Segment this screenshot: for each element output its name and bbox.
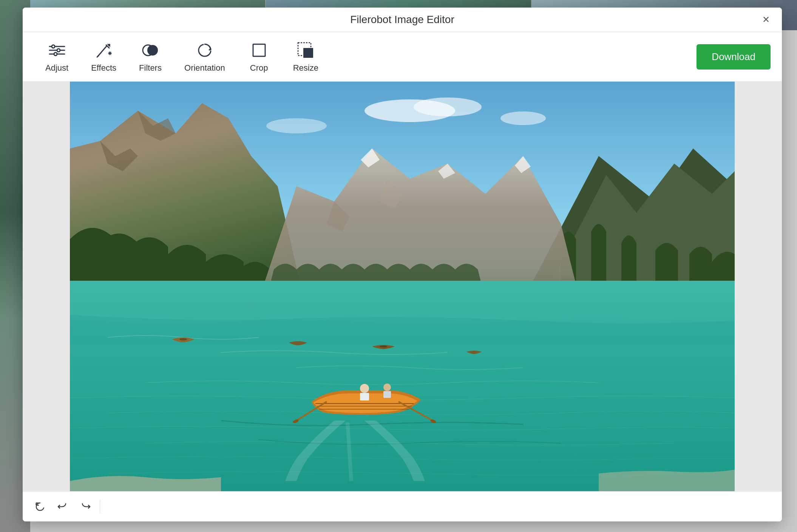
svg-point-4	[57, 49, 60, 52]
tool-filters[interactable]: Filters	[128, 36, 173, 77]
tool-orientation[interactable]: Orientation	[173, 36, 236, 77]
canvas-area	[23, 82, 782, 491]
redo-icon	[79, 501, 91, 513]
svg-point-5	[54, 53, 57, 56]
svg-point-35	[383, 384, 391, 391]
image-canvas	[70, 82, 735, 491]
filters-label: Filters	[139, 63, 162, 73]
svg-point-16	[147, 45, 158, 56]
filters-icon	[141, 40, 160, 60]
svg-point-9	[108, 44, 110, 46]
undo-icon	[57, 501, 69, 513]
svg-point-24	[266, 118, 327, 133]
svg-rect-36	[383, 391, 391, 398]
adjust-label: Adjust	[45, 63, 68, 73]
undo-button[interactable]	[53, 497, 73, 517]
svg-rect-19	[303, 48, 313, 58]
svg-point-22	[414, 97, 482, 116]
resize-icon	[296, 40, 315, 60]
resize-label: Resize	[293, 63, 318, 73]
bottom-toolbar	[23, 491, 782, 521]
adjust-icon	[47, 40, 67, 60]
tool-effects[interactable]: Effects	[80, 36, 128, 77]
svg-line-10	[97, 56, 99, 57]
effects-icon	[94, 40, 114, 60]
orientation-icon	[195, 40, 215, 60]
svg-point-23	[500, 111, 546, 125]
svg-rect-34	[360, 393, 369, 401]
crop-label: Crop	[250, 63, 268, 73]
close-icon: ✕	[762, 14, 770, 25]
download-button[interactable]: Download	[697, 44, 771, 70]
tool-adjust[interactable]: Adjust	[34, 36, 80, 77]
svg-point-33	[360, 384, 369, 393]
close-button[interactable]: ✕	[759, 13, 773, 26]
modal-title: Filerobot Image Editor	[350, 14, 454, 26]
crop-icon	[249, 40, 269, 60]
svg-point-3	[52, 45, 55, 48]
svg-point-38	[380, 346, 387, 348]
reset-icon	[34, 501, 46, 513]
orientation-label: Orientation	[184, 63, 225, 73]
effects-label: Effects	[91, 63, 116, 73]
svg-rect-17	[253, 44, 265, 56]
tool-resize[interactable]: Resize	[282, 36, 330, 77]
modal-header: Filerobot Image Editor ✕	[23, 8, 782, 32]
svg-point-37	[179, 338, 187, 340]
redo-button[interactable]	[76, 497, 95, 517]
image-editor-modal: Filerobot Image Editor ✕ Adjust	[23, 8, 782, 521]
tool-crop[interactable]: Crop	[236, 36, 282, 77]
reset-button[interactable]	[30, 497, 50, 517]
toolbar-divider	[100, 500, 100, 513]
toolbar: Adjust Effects	[23, 32, 782, 82]
svg-line-6	[98, 46, 107, 56]
